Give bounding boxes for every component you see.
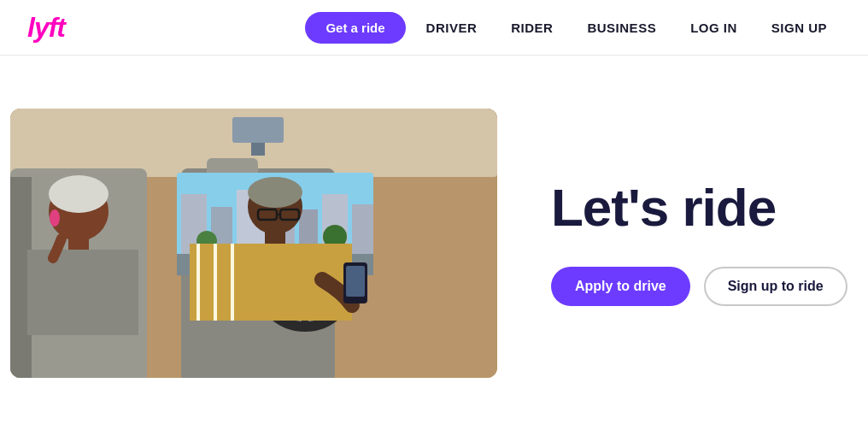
nav-business[interactable]: BUSINESS (573, 12, 670, 44)
svg-point-26 (248, 177, 302, 208)
hero-image-container (0, 56, 500, 430)
nav-driver[interactable]: DRIVER (413, 12, 491, 44)
hero-text-section: Let's ride Apply to drive Sign up to rid… (500, 56, 868, 430)
apply-to-drive-button[interactable]: Apply to drive (551, 267, 690, 306)
main-nav: Get a ride DRIVER RIDER BUSINESS LOG IN … (305, 12, 841, 44)
svg-point-38 (49, 175, 108, 213)
sign-up-to-ride-button[interactable]: Sign up to ride (704, 267, 847, 306)
hero-headline: Let's ride (551, 180, 847, 235)
svg-rect-36 (346, 266, 365, 297)
hero-section: Let's ride Apply to drive Sign up to rid… (0, 56, 868, 430)
svg-rect-41 (27, 250, 138, 335)
svg-rect-3 (251, 143, 265, 156)
svg-point-39 (50, 209, 60, 227)
nav-signup[interactable]: SIGN UP (758, 12, 841, 44)
logo[interactable]: lyft (27, 14, 65, 41)
nav-login[interactable]: LOG IN (677, 12, 751, 44)
hero-buttons: Apply to drive Sign up to ride (551, 267, 847, 306)
nav-rider[interactable]: RIDER (497, 12, 566, 44)
logo-text: lyft (27, 14, 65, 41)
svg-rect-2 (232, 117, 284, 143)
hero-image (10, 109, 497, 378)
site-header: lyft Get a ride DRIVER RIDER BUSINESS LO… (0, 0, 868, 56)
get-a-ride-button[interactable]: Get a ride (305, 12, 405, 44)
